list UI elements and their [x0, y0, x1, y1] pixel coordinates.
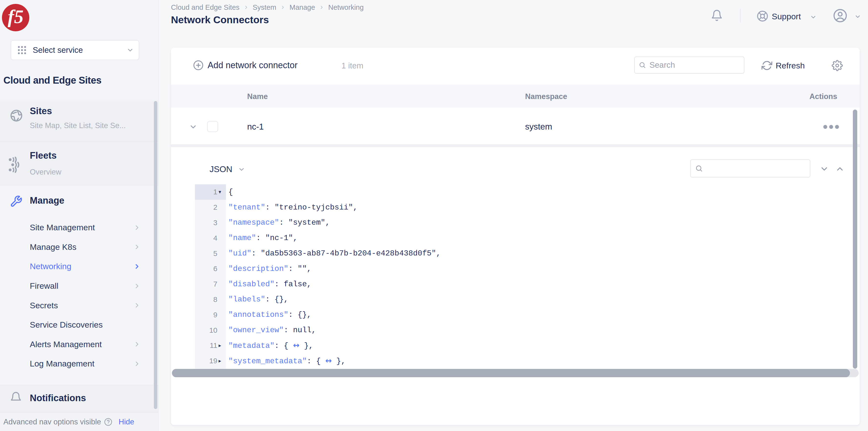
code-text: "uid": "da5b5363-ab87-4b7b-b204-e428b438… — [226, 249, 441, 258]
line-number: 7 — [195, 280, 217, 288]
table-search-input[interactable] — [649, 60, 742, 70]
plus-circle-icon[interactable] — [193, 60, 204, 71]
column-header-namespace: Namespace — [525, 92, 567, 101]
breadcrumb-item-cloud-and-edge-sites[interactable]: Cloud and Edge Sites — [171, 3, 240, 11]
code-line-19: 19▸"system_metadata": { ↔ }, — [195, 353, 441, 369]
sidebar-item-fleets-desc: Overview — [30, 168, 61, 176]
divider — [740, 9, 741, 23]
code-text: "annotations": {}, — [226, 311, 311, 319]
sidebar-item-secrets[interactable]: Secrets — [0, 295, 158, 315]
gutter-cell: 6 — [195, 261, 226, 277]
gutter-cell: 19▸ — [195, 353, 226, 369]
line-number: 11 — [195, 341, 217, 350]
gutter-cell: 5 — [195, 246, 226, 261]
sidebar-item-manage-k8s[interactable]: Manage K8s — [0, 237, 158, 257]
row-expander-chevron-icon[interactable] — [189, 123, 197, 131]
collapsed-content-arrow[interactable]: ↔ — [325, 356, 332, 365]
code-line-4: 4"name": "nc-1", — [195, 230, 441, 246]
sidebar-item-site-management[interactable]: Site Management — [0, 218, 158, 237]
chevron-down-icon[interactable] — [238, 166, 245, 173]
json-key: "description" — [228, 264, 288, 273]
sidebar-scrollbar[interactable] — [154, 101, 157, 409]
add-network-connector-button[interactable]: Add network connector — [208, 60, 298, 70]
table-search-box — [634, 56, 744, 74]
code-text: "tenant": "treino-tyjcbsii", — [226, 203, 358, 212]
chevron-down-icon[interactable] — [810, 14, 817, 21]
breadcrumb-item-manage[interactable]: Manage — [289, 3, 315, 11]
search-icon — [695, 164, 703, 173]
json-key: "annotations" — [228, 311, 288, 319]
sidebar-item-log-management[interactable]: Log Management — [0, 354, 158, 374]
sidebar-item-service-discoveries[interactable]: Service Discoveries — [0, 315, 158, 335]
fleet-icon — [7, 156, 24, 174]
f5-logo[interactable]: f5 — [2, 4, 29, 31]
find-prev-chevron-up-icon[interactable] — [835, 164, 844, 174]
fold-closed-marker[interactable]: ▸ — [219, 358, 221, 364]
code-text: "system_metadata": { ↔ }, — [226, 356, 346, 366]
hide-advanced-nav-link[interactable]: Hide — [119, 418, 134, 426]
support-label[interactable]: Support — [772, 12, 801, 21]
chevron-down-icon[interactable] — [854, 13, 861, 20]
code-text: { — [226, 188, 233, 196]
json-key: "namespace" — [228, 218, 279, 227]
code-text: "labels": {}, — [226, 295, 288, 304]
advanced-nav-status: Advanced nav options visible — [3, 418, 101, 426]
sidebar-item-firewall[interactable]: Firewall — [0, 276, 158, 296]
chevron-right-icon — [244, 5, 249, 10]
gutter-cell: 11▸ — [195, 338, 226, 353]
line-number: 19 — [195, 357, 217, 365]
row-actions-menu-button[interactable] — [822, 125, 840, 129]
row-namespace-cell: system — [525, 122, 552, 132]
support-menu[interactable] — [756, 10, 768, 22]
json-key: "disabled" — [228, 280, 275, 288]
sidebar-item-fleets-label: Fleets — [30, 150, 57, 161]
collapsed-content-arrow[interactable]: ↔ — [293, 341, 300, 350]
json-format-dropdown[interactable]: JSON — [210, 164, 232, 174]
help-circle-icon[interactable] — [104, 418, 112, 426]
code-line-7: 7"disabled": false, — [195, 277, 441, 292]
json-text: }, — [332, 357, 346, 366]
json-text: { — [228, 188, 233, 196]
line-number: 8 — [195, 295, 217, 304]
row-checkbox[interactable] — [207, 121, 218, 132]
grid-apps-icon — [17, 45, 27, 56]
fold-closed-marker[interactable]: ▸ — [219, 343, 221, 348]
json-search-input[interactable] — [706, 164, 807, 173]
gutter-cell: 8 — [195, 292, 226, 307]
gear-icon[interactable] — [832, 60, 843, 71]
notifications-bell-icon[interactable] — [711, 9, 723, 22]
sidebar-item-networking[interactable]: Networking — [0, 257, 158, 276]
json-text: : null, — [284, 326, 316, 335]
chevron-right-icon — [133, 243, 141, 251]
sidebar-item-label: Firewall — [30, 281, 58, 291]
code-line-1: 1▾{ — [195, 184, 441, 200]
sidebar-footer: Advanced nav options visible Hide — [0, 413, 158, 431]
item-count: 1 item — [341, 61, 364, 70]
chevron-right-icon — [280, 5, 285, 10]
sidebar-manage-heading: Manage — [30, 195, 64, 206]
json-key: "tenant" — [228, 203, 265, 212]
row-name-cell[interactable]: nc-1 — [247, 122, 264, 132]
gutter-cell: 9 — [195, 307, 226, 322]
find-next-chevron-down-icon[interactable] — [819, 164, 829, 174]
sidebar-item-alerts-management[interactable]: Alerts Management — [0, 335, 158, 354]
table-row[interactable] — [171, 108, 860, 144]
breadcrumb-item-networking[interactable]: Networking — [328, 3, 364, 11]
json-text: : "", — [288, 264, 312, 273]
sidebar-item-sites-label: Sites — [30, 106, 52, 116]
json-key: "name" — [228, 234, 256, 242]
horizontal-scrollbar-thumb[interactable] — [172, 369, 850, 377]
refresh-button[interactable]: Refresh — [776, 61, 805, 70]
refresh-icon[interactable] — [762, 60, 772, 71]
chevron-right-icon — [133, 302, 141, 309]
select-service-dropdown[interactable]: Select service — [11, 40, 139, 60]
fold-open-marker[interactable]: ▾ — [219, 190, 221, 195]
user-avatar-icon[interactable] — [833, 8, 847, 23]
chevron-right-icon — [133, 282, 141, 290]
globe-icon — [9, 109, 24, 123]
vertical-scrollbar-thumb[interactable] — [853, 110, 857, 369]
line-number: 6 — [195, 264, 217, 273]
json-key: "owner_view" — [228, 326, 284, 335]
breadcrumb-item-system[interactable]: System — [253, 3, 276, 11]
code-line-11: 11▸"metadata": { ↔ }, — [195, 338, 441, 353]
